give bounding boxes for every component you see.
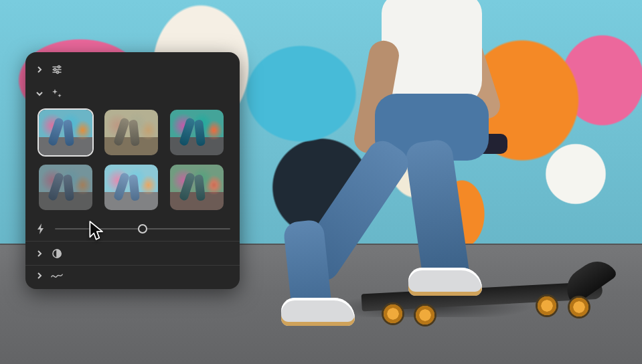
preset-muted[interactable] <box>39 165 92 210</box>
preset-thumbnail-image <box>104 110 158 155</box>
chevron-right-icon <box>35 271 44 280</box>
canvas-shadow <box>285 297 579 317</box>
preset-cool[interactable] <box>170 110 224 155</box>
preset-sepia[interactable] <box>104 110 158 155</box>
section-adjust-header[interactable] <box>25 58 240 82</box>
preset-crossproc[interactable] <box>170 165 224 210</box>
section-effects-header[interactable] <box>25 241 240 265</box>
contrast-icon <box>51 248 63 260</box>
sparkle-icon <box>51 88 63 100</box>
preset-thumbnail-image <box>104 165 158 210</box>
chevron-down-icon <box>35 89 44 98</box>
section-presets-header[interactable] <box>25 82 240 106</box>
preset-thumbnail-image <box>170 165 224 210</box>
intensity-row <box>25 217 240 241</box>
svg-point-1 <box>54 68 56 70</box>
preset-thumbnail-image <box>39 165 92 210</box>
bolt-icon <box>35 223 47 235</box>
svg-point-2 <box>56 71 58 73</box>
preset-original[interactable] <box>39 110 92 155</box>
preset-thumbnail-image <box>170 110 224 155</box>
sliders-icon <box>51 64 63 76</box>
healing-icon <box>51 270 63 282</box>
edit-panel <box>25 52 240 289</box>
preset-thumbnail-image <box>39 110 92 155</box>
intensity-slider[interactable] <box>55 222 230 236</box>
preset-grid <box>25 106 240 217</box>
svg-point-0 <box>58 66 60 68</box>
section-healing-header[interactable] <box>25 265 240 285</box>
chevron-right-icon <box>35 249 44 258</box>
preset-faded[interactable] <box>104 165 158 210</box>
chevron-right-icon <box>35 65 44 74</box>
slider-handle[interactable] <box>138 224 147 234</box>
